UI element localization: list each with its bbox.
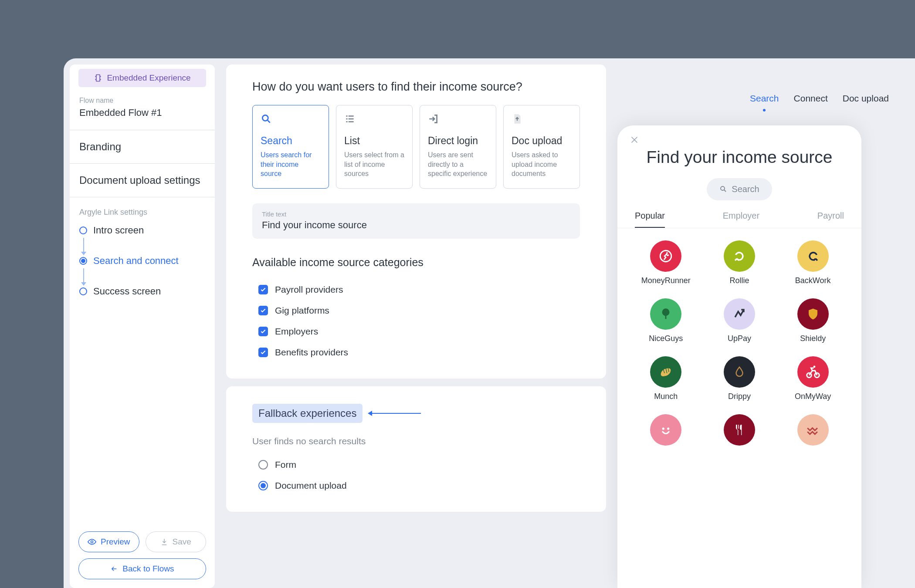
phone-tab-payroll[interactable]: Payroll <box>817 211 844 228</box>
step-intro-screen[interactable]: Intro screen <box>79 221 205 240</box>
shield-icon <box>797 298 829 330</box>
runner-icon <box>650 240 681 272</box>
download-icon <box>160 538 168 546</box>
preview-button[interactable]: Preview <box>78 531 139 552</box>
eye-icon <box>88 537 96 546</box>
step-dot-icon <box>79 257 87 265</box>
back-to-flows-label: Back to Flows <box>122 564 174 574</box>
step-search-connect[interactable]: Search and connect <box>79 252 205 270</box>
phone-title: Find your income source <box>635 147 844 168</box>
phone-search-placeholder: Search <box>732 184 759 194</box>
svg-point-2 <box>262 115 268 121</box>
nav-doc-upload-settings[interactable]: Document upload settings <box>70 164 215 197</box>
fallback-card: Fallback experiences User finds no searc… <box>226 386 606 512</box>
save-button[interactable]: Save <box>146 531 207 552</box>
drop-icon <box>724 356 755 388</box>
fallback-option-form[interactable]: Form <box>252 454 580 475</box>
radio-icon <box>258 460 268 470</box>
option-search-title: Search <box>261 135 321 147</box>
phone-tab-popular[interactable]: Popular <box>635 211 665 228</box>
phone-tab-employer[interactable]: Employer <box>723 211 759 228</box>
categories-heading: Available income source categories <box>252 256 580 269</box>
source-item-label: UpPay <box>707 334 773 343</box>
arrow-left-icon <box>110 565 118 573</box>
source-item-label: NiceGuys <box>633 334 699 343</box>
back-icon <box>797 240 829 272</box>
svg-point-4 <box>661 250 672 262</box>
preview-tab-connect[interactable]: Connect <box>794 93 828 104</box>
step-dot-icon <box>79 287 87 295</box>
source-item[interactable] <box>707 414 773 450</box>
save-button-label: Save <box>173 537 191 547</box>
category-payroll-providers[interactable]: Payroll providers <box>258 279 580 300</box>
step-connector <box>83 240 84 252</box>
source-item[interactable]: OnMyWay <box>780 356 846 401</box>
svg-point-1 <box>91 541 93 543</box>
phone-search-input[interactable]: Search <box>707 178 772 200</box>
source-item[interactable]: MoneyRunner <box>633 240 699 285</box>
back-to-flows-button[interactable]: Back to Flows <box>78 558 206 579</box>
tree-icon <box>650 298 681 330</box>
step-intro-label: Intro screen <box>93 225 144 236</box>
sidebar-footer: Preview Save Back to Flows <box>70 523 215 588</box>
option-list-desc: Users select from a list of income sourc… <box>344 150 404 179</box>
find-source-card: How do you want users to find their inco… <box>226 64 606 378</box>
source-item[interactable] <box>780 414 846 450</box>
option-search[interactable]: Search Users search for their income sou… <box>252 105 329 189</box>
source-item[interactable]: Rollie <box>707 240 773 285</box>
wave-icon <box>797 414 829 446</box>
main-area: How do you want users to find their inco… <box>226 64 606 588</box>
phone-category-tabs: Popular Employer Payroll <box>617 211 861 228</box>
flow-name-value[interactable]: Embedded Flow #1 <box>79 107 205 118</box>
flow-name-block: Flow name Embedded Flow #1 <box>70 94 215 130</box>
option-list[interactable]: List Users select from a list of income … <box>336 105 413 189</box>
category-label: Benefits providers <box>275 347 348 358</box>
svg-point-11 <box>662 427 664 429</box>
title-text-value: Find your income source <box>262 220 570 231</box>
source-item[interactable]: Munch <box>633 356 699 401</box>
nav-branding[interactable]: Branding <box>70 130 215 164</box>
arrow-annotation-icon <box>369 413 421 414</box>
option-doc-upload[interactable]: Doc upload Users asked to upload income … <box>503 105 580 189</box>
fallback-option-label: Document upload <box>275 480 347 491</box>
category-gig-platforms[interactable]: Gig platforms <box>258 300 580 321</box>
source-item-label: Munch <box>633 392 699 401</box>
checkbox-icon <box>258 348 268 357</box>
link-settings-stepper: Intro screen Search and connect Success … <box>70 221 215 301</box>
category-label: Gig platforms <box>275 305 329 316</box>
embedded-experience-banner: Embedded Experience <box>78 69 206 87</box>
fallback-heading-text: Fallback experiences <box>258 407 356 419</box>
step-search-connect-label: Search and connect <box>93 255 179 267</box>
fallback-option-label: Form <box>275 460 296 470</box>
file-upload-icon <box>512 113 523 125</box>
source-item[interactable]: Shieldy <box>780 298 846 343</box>
svg-point-3 <box>721 186 725 190</box>
source-item[interactable]: NiceGuys <box>633 298 699 343</box>
source-item-label: Drippy <box>707 392 773 401</box>
source-item-label: MoneyRunner <box>633 276 699 285</box>
source-item[interactable]: BackWork <box>780 240 846 285</box>
title-text-input[interactable]: Title text Find your income source <box>252 203 580 239</box>
embed-icon <box>94 74 102 82</box>
category-benefits-providers[interactable]: Benefits providers <box>258 342 580 363</box>
embedded-banner-text: Embedded Experience <box>107 73 190 83</box>
source-item[interactable]: UpPay <box>707 298 773 343</box>
category-employers[interactable]: Employers <box>258 321 580 342</box>
source-item[interactable] <box>633 414 699 450</box>
search-icon <box>719 185 727 193</box>
swirl-icon <box>724 240 755 272</box>
login-icon <box>428 113 439 125</box>
fallback-heading: Fallback experiences <box>252 404 363 423</box>
preview-button-label: Preview <box>101 537 130 547</box>
fallback-option-doc-upload[interactable]: Document upload <box>252 475 580 496</box>
close-icon[interactable] <box>630 135 639 145</box>
checkbox-icon <box>258 306 268 315</box>
preview-tab-search[interactable]: Search <box>750 93 779 104</box>
svg-point-10 <box>813 365 815 368</box>
checkbox-icon <box>258 327 268 336</box>
fallback-subheading: User finds no search results <box>252 436 580 446</box>
preview-tab-doc-upload[interactable]: Doc upload <box>843 93 889 104</box>
source-item[interactable]: Drippy <box>707 356 773 401</box>
step-success-screen[interactable]: Success screen <box>79 282 205 301</box>
option-direct-login[interactable]: Direct login Users are sent directly to … <box>420 105 496 189</box>
